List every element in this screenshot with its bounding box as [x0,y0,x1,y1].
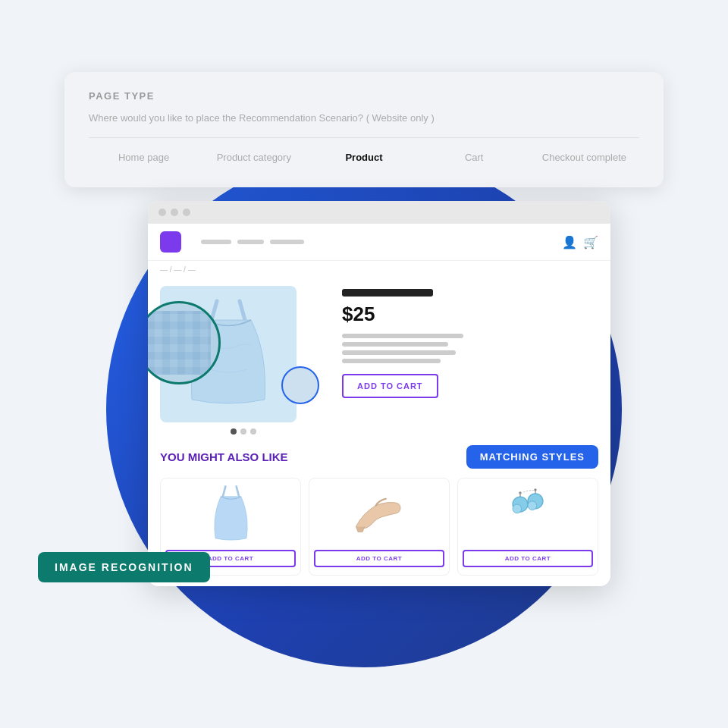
svg-line-3 [236,486,239,496]
reco-img-heel [314,483,444,544]
product-section: $25 ADD TO CART [148,278,610,435]
desc-line-3 [342,350,456,355]
reco-card-heel: ADD TO CART [309,478,450,576]
browser-dot-1 [158,209,166,216]
reco-add-to-cart-2[interactable]: ADD TO CART [314,550,444,567]
reco-add-to-cart-3[interactable]: ADD TO CART [463,550,593,567]
nav-lines [201,240,554,244]
svg-line-2 [222,486,225,496]
cart-icon[interactable]: 🛒 [583,235,598,249]
reco-earrings-svg [509,485,547,542]
carousel-dot-3 [250,428,256,435]
nav-line-1 [201,240,231,244]
desc-line-1 [342,334,463,338]
reco-dress-svg [210,483,252,544]
breadcrumb-text: — / — / — [160,265,196,274]
product-info: $25 ADD TO CART [342,286,598,435]
desc-line-2 [342,342,448,347]
carousel-dots [160,428,327,435]
tab-checkout-complete[interactable]: Checkout complete [529,149,639,166]
nav-icons: 👤 🛒 [562,235,598,249]
reco-cards: ADD TO CART ADD TO CART [160,478,598,586]
magnify-inner [148,311,211,374]
tab-cart[interactable]: Cart [419,149,529,166]
reco-card-earrings: ADD TO CART [457,478,598,576]
carousel-dot-2 [240,428,246,435]
page-type-card: PAGE TYPE Where would you like to place … [64,72,664,187]
svg-point-11 [534,488,536,491]
reco-img-dress [165,483,296,544]
recommendations-section: YOU MIGHT ALSO LIKE MATCHING STYLES [148,435,610,586]
small-thumbnail-circle [281,366,319,404]
svg-line-1 [240,301,245,320]
browser-content: 👤 🛒 — / — / — [148,224,610,586]
browser-dot-3 [183,209,190,216]
reco-labels: YOU MIGHT ALSO LIKE MATCHING STYLES [160,445,598,469]
product-images [160,286,327,435]
nav-line-2 [237,240,264,244]
reco-img-earrings [463,483,593,544]
svg-point-5 [513,504,522,513]
nav-line-3 [270,240,304,244]
user-icon[interactable]: 👤 [562,235,577,249]
tab-home-page[interactable]: Home page [89,149,199,166]
product-price: $25 [342,303,598,326]
page-type-title: PAGE TYPE [89,90,639,102]
reco-heel-svg [353,491,406,536]
image-recognition-badge: IMAGE RECOGNITION [38,552,210,582]
breadcrumb: — / — / — [148,261,610,278]
product-desc-lines [342,334,598,363]
page-type-tabs: Home page Product category Product Cart … [89,137,639,166]
browser-navbar: 👤 🛒 [148,224,610,261]
matching-styles-label: MATCHING STYLES [466,445,598,469]
page-type-subtitle: Where would you like to place the Recomm… [89,112,639,124]
you-might-also-like-label: YOU MIGHT ALSO LIKE [160,450,288,463]
browser-dot-2 [171,209,178,216]
browser-titlebar [148,201,610,224]
add-to-cart-button[interactable]: ADD TO CART [342,374,438,398]
product-title-bar [342,289,433,297]
tab-product-category[interactable]: Product category [199,149,309,166]
carousel-dot-1 [231,428,237,435]
browser-window: 👤 🛒 — / — / — [148,201,610,586]
nav-logo [160,231,181,253]
desc-line-4 [342,359,441,363]
svg-point-9 [528,500,537,510]
magnify-circle [148,301,221,384]
tab-product[interactable]: Product [309,149,419,166]
